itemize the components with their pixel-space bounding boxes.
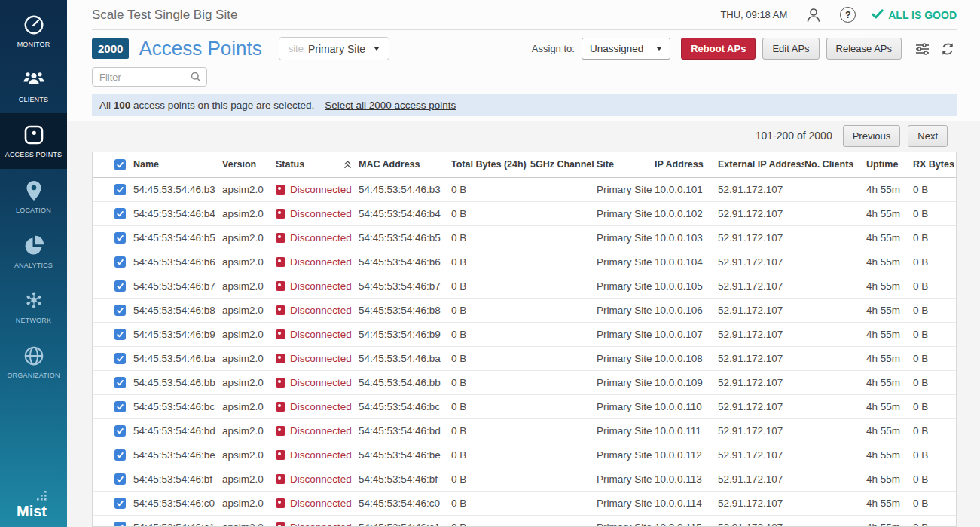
cell-ap-name[interactable]: 54:45:53:54:46:b8 (133, 298, 222, 322)
cell-ap-name[interactable]: 54:45:53:54:46:b7 (133, 274, 222, 298)
row-checkbox[interactable] (114, 184, 126, 195)
row-checkbox[interactable] (114, 473, 126, 485)
cell-uptime: 4h 55m (866, 177, 913, 201)
table-row[interactable]: 54:45:53:54:46:bb apsim2.0 Disconnected … (93, 370, 957, 394)
col-header-mac-address[interactable]: MAC Address (359, 152, 451, 177)
table-row[interactable]: 54:45:53:54:46:bf apsim2.0 Disconnected … (93, 467, 957, 491)
refresh-icon[interactable] (939, 40, 957, 58)
user-account-icon[interactable] (803, 5, 824, 26)
table-row[interactable]: 54:45:53:54:46:b9 apsim2.0 Disconnected … (93, 322, 957, 346)
cell-no-clients (804, 274, 866, 298)
edit-aps-button[interactable]: Edit APs (762, 38, 819, 60)
cell-5ghz-channel (530, 201, 597, 225)
table-row[interactable]: 54:45:53:54:46:be apsim2.0 Disconnected … (93, 443, 957, 467)
cell-ap-name[interactable]: 54:45:53:54:46:be (133, 443, 222, 467)
col-header-total-bytes[interactable]: Total Bytes (24h) (451, 152, 530, 177)
table-row[interactable]: 54:45:53:54:46:b8 apsim2.0 Disconnected … (93, 298, 957, 322)
cell-version: apsim2.0 (222, 394, 276, 418)
table-row[interactable]: 54:45:53:54:46:bc apsim2.0 Disconnected … (93, 394, 957, 418)
sidebar-item-access-points[interactable]: ACCESS POINTS (0, 113, 67, 169)
cell-version: apsim2.0 (222, 418, 276, 443)
cell-ap-name[interactable]: 54:45:53:54:46:b5 (133, 225, 222, 250)
cell-version: apsim2.0 (222, 298, 276, 322)
col-header-version[interactable]: Version (222, 152, 276, 177)
reboot-aps-button[interactable]: Reboot APs (681, 38, 756, 60)
table-row[interactable]: 54:45:53:54:46:b7 apsim2.0 Disconnected … (93, 274, 957, 298)
sidebar-item-location[interactable]: LOCATION (0, 169, 67, 224)
cell-uptime: 4h 55m (866, 322, 913, 346)
table-row[interactable]: 54:45:53:54:46:c1 apsim2.0 Disconnected … (93, 515, 957, 527)
cell-no-clients (804, 346, 866, 370)
col-header-5ghz-channel[interactable]: 5GHz Channel (530, 152, 597, 177)
cell-ap-name[interactable]: 54:45:53:54:46:bb (133, 370, 222, 394)
row-checkbox[interactable] (114, 329, 126, 340)
row-checkbox[interactable] (114, 522, 126, 527)
cell-no-clients (804, 201, 866, 225)
row-checkbox[interactable] (114, 401, 126, 412)
health-status-badge[interactable]: ALL IS GOOD (872, 9, 957, 21)
sidebar-item-analytics[interactable]: ANALYTICS (0, 224, 67, 279)
cell-ap-name[interactable]: 54:45:53:54:46:c0 (133, 491, 222, 515)
row-checkbox[interactable] (114, 449, 126, 461)
cell-total-bytes: 0 B (451, 515, 530, 527)
help-icon[interactable]: ? (840, 7, 856, 23)
table-row[interactable]: 54:45:53:54:46:c0 apsim2.0 Disconnected … (93, 491, 957, 515)
cell-rx-bytes: 0 B (913, 443, 957, 467)
cell-ap-name[interactable]: 54:45:53:54:46:b6 (133, 250, 222, 274)
cell-site: Primary Site (597, 394, 655, 418)
site-selector-dropdown[interactable]: site Primary Site (279, 37, 389, 60)
col-header-ip-address[interactable]: IP Address (655, 152, 718, 177)
cell-ap-name[interactable]: 54:45:53:54:46:ba (133, 346, 222, 370)
table-row[interactable]: 54:45:53:54:46:b6 apsim2.0 Disconnected … (93, 250, 957, 274)
row-checkbox[interactable] (114, 425, 126, 437)
cell-ap-name[interactable]: 54:45:53:54:46:bc (133, 394, 222, 418)
row-checkbox[interactable] (114, 256, 126, 268)
row-checkbox[interactable] (114, 208, 126, 219)
table-row[interactable]: 54:45:53:54:46:b5 apsim2.0 Disconnected … (93, 225, 957, 250)
cell-5ghz-channel (530, 370, 597, 394)
table-row[interactable]: 54:45:53:54:46:b4 apsim2.0 Disconnected … (93, 201, 957, 225)
row-checkbox[interactable] (114, 305, 126, 316)
col-header-site[interactable]: Site (597, 152, 655, 177)
row-checkbox[interactable] (114, 377, 126, 388)
row-checkbox[interactable] (114, 498, 126, 509)
col-header-external-ip[interactable]: External IP Address (718, 152, 804, 177)
select-all-link[interactable]: Select all 2000 access points (325, 100, 456, 111)
col-header-status[interactable]: Status (276, 152, 359, 177)
col-header-rx-bytes[interactable]: RX Bytes (24h) (913, 152, 957, 177)
table-row[interactable]: 54:45:53:54:46:b3 apsim2.0 Disconnected … (93, 177, 957, 201)
col-header-uptime[interactable]: Uptime (866, 152, 913, 177)
sort-ascending-icon[interactable] (343, 161, 352, 171)
release-aps-button[interactable]: Release APs (826, 38, 902, 60)
sidebar-item-organization[interactable]: ORGANIZATION (0, 334, 67, 389)
cell-5ghz-channel (530, 274, 597, 298)
sidebar-item-monitor[interactable]: MONITOR (0, 3, 67, 58)
select-all-checkbox[interactable] (114, 159, 126, 170)
cell-status: Disconnected (276, 274, 359, 298)
cell-ap-name[interactable]: 54:45:53:54:46:bf (133, 467, 222, 491)
cell-ap-name[interactable]: 54:45:53:54:46:b9 (133, 322, 222, 346)
column-settings-icon[interactable] (913, 41, 932, 57)
table-row[interactable]: 54:45:53:54:46:ba apsim2.0 Disconnected … (93, 346, 957, 370)
page-range-label: 101-200 of 2000 (756, 130, 832, 142)
cell-ap-name[interactable]: 54:45:53:54:46:c1 (133, 515, 222, 527)
row-checkbox[interactable] (114, 353, 126, 364)
next-page-button[interactable]: Next (908, 125, 948, 147)
previous-page-button[interactable]: Previous (843, 125, 901, 147)
cell-ap-name[interactable]: 54:45:53:54:46:b3 (133, 177, 222, 201)
col-header-name[interactable]: Name (133, 152, 222, 177)
cell-external-ip: 52.91.172.107 (718, 298, 804, 322)
table-row[interactable]: 54:45:53:54:46:bd apsim2.0 Disconnected … (93, 418, 957, 443)
cell-status: Disconnected (276, 346, 359, 370)
cell-uptime: 4h 55m (866, 250, 913, 274)
cell-ap-name[interactable]: 54:45:53:54:46:b4 (133, 201, 222, 225)
sidebar-item-label: ANALYTICS (14, 262, 53, 269)
sidebar-item-clients[interactable]: CLIENTS (0, 58, 67, 113)
cell-ap-name[interactable]: 54:45:53:54:46:bd (133, 418, 222, 443)
row-checkbox[interactable] (114, 280, 126, 292)
col-header-no-clients[interactable]: No. Clients (804, 152, 866, 177)
sidebar-item-network[interactable]: NETWORK (0, 279, 67, 334)
row-checkbox[interactable] (114, 232, 126, 244)
cell-site: Primary Site (597, 418, 655, 443)
assign-to-dropdown[interactable]: Unassigned (582, 38, 670, 60)
